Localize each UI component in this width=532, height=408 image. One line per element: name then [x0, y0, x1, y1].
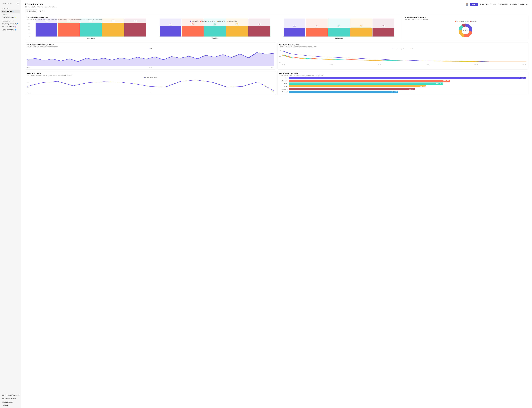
spend-row-value: 22.4M • 11.1%	[289, 83, 443, 85]
spend-row[interactable]: Advertising 18.2M • 9%	[279, 88, 526, 90]
spend-row-label: Social	[279, 86, 288, 87]
chevron-down-icon	[476, 4, 477, 5]
sidebar-item-emoji: 📊	[12, 11, 14, 12]
funnel-bar[interactable]: 76%1.38K	[182, 26, 204, 36]
spend-row[interactable]: Media 22.4M • 11.1%	[279, 83, 526, 85]
bar-label: 63%642	[360, 25, 363, 27]
funnel-bar[interactable]: 76%845	[249, 26, 270, 36]
funnel-bar[interactable]: 75%959	[204, 26, 226, 37]
sidebar-item-label: Onboarding Experiment	[2, 23, 16, 25]
add-dashboard-button[interactable]	[16, 2, 20, 5]
sidebar-item[interactable]: Onboarding Experiment 🖊️	[1, 22, 20, 25]
header-actions: Share Add Report Save Save as New	[466, 3, 528, 6]
card-subtitle: Retention, Last 30 Days · How does reten…	[279, 46, 526, 47]
card-retention[interactable]: New User Retention by Plan Retention, La…	[277, 42, 528, 69]
card-spend[interactable]: Annual Spend, by Industry Industry by Pe…	[277, 71, 528, 95]
page-header: Product Metrics Primary metrics for our …	[25, 3, 528, 8]
bar-label: 100%1.34K	[111, 19, 115, 22]
card-donut[interactable]: New Workspaces, by plan type Total, last…	[403, 15, 528, 40]
funnel-bar[interactable]: 100%1.11K	[124, 23, 146, 36]
spend-row-value: 34.3M • 17%	[289, 77, 526, 79]
spend-row-label: eCommerce	[279, 80, 288, 81]
folder-icon	[519, 4, 521, 5]
spend-row[interactable]: eCommerce 23.4M • 11.6%	[279, 80, 526, 82]
funnel-bar[interactable]: 63%607	[328, 28, 350, 36]
sidebar-item[interactable]: New User Dashboard 🔮	[1, 25, 20, 28]
retention-chart	[282, 50, 526, 63]
spend-row-label: Advertising	[279, 88, 288, 90]
funnel-step-name: Create Channel	[87, 38, 95, 39]
retention-xaxis: <1 day5th day10th day15th day20th day25t…	[279, 64, 526, 65]
sidebar-footer-item[interactable]: Recent Dashboards	[1, 397, 20, 400]
select-date-button[interactable]: Select Date	[25, 9, 37, 13]
spend-row[interactable]: Social 19.9M • 9.9%	[279, 85, 526, 87]
favorited-button[interactable]: Favorited	[509, 4, 517, 5]
svg-rect-3	[491, 4, 491, 4]
page-subtitle: Primary metrics for our Slack-like colla…	[25, 6, 464, 8]
spend-row-label: SaaS	[279, 77, 288, 79]
sidebar-item-emoji: 🖊️	[16, 23, 18, 25]
sidebar-footer-item[interactable]: Most Viewed Dashboards	[1, 394, 20, 397]
donut-center-value: 2.64K	[462, 26, 469, 34]
funnel-bar[interactable]: 100%5.55K	[35, 23, 57, 36]
card-funnel[interactable]: Successful Channels by Plan 3-step Funne…	[25, 15, 401, 40]
funnel-bar[interactable]: 62%2.58K	[284, 28, 306, 36]
plus-icon	[480, 4, 482, 5]
save-as-new-button[interactable]: Save as New	[498, 4, 507, 5]
bar-label: 76%1.38K	[191, 23, 194, 25]
bar-label: 63%607	[338, 25, 340, 27]
spend-row[interactable]: SaaS 34.3M • 17%	[279, 77, 526, 79]
funnel-bar[interactable]: 75%4.2K	[160, 26, 181, 37]
save-icon	[490, 4, 492, 5]
card-title: Successful Channels by Plan	[27, 17, 399, 18]
sidebar-section-label[interactable]: FAVORITES	[1, 8, 20, 10]
card-subtitle: Industry by People · How much $ are we c…	[279, 75, 526, 76]
sidebar-item-label: Plan upgrade metrics	[2, 29, 14, 31]
sidebar-item-label: Product Metrics	[2, 11, 12, 12]
spend-row-label: Media	[279, 83, 288, 84]
collapse-icon	[2, 405, 4, 406]
bar-label: 76%1.02K	[235, 23, 239, 25]
card-title: Annual Spend, by Industry	[279, 73, 526, 74]
card-title: New User Retention by Plan	[279, 44, 526, 46]
copy-icon	[498, 4, 499, 5]
open-button[interactable]: Open	[519, 4, 524, 5]
bar-label: 60%828	[315, 25, 318, 28]
funnel-bar[interactable]: 60%828	[306, 28, 328, 36]
sidebar-footer-item[interactable]: All Dashboards	[1, 400, 20, 404]
filter-button[interactable]: Filter	[38, 9, 46, 13]
sidebar-item[interactable]: KPIs 📈	[1, 13, 20, 16]
funnel-bar[interactable]: 100%1.28K	[80, 23, 102, 36]
sidebar-item-label: New Product Launch	[2, 17, 14, 18]
add-report-button[interactable]: Add Report	[480, 4, 489, 5]
sidebar-section-label[interactable]: CREATED BY YOU	[1, 20, 20, 22]
spend-row-value: 19.9M • 9.9%	[289, 85, 426, 87]
smile-icon	[2, 394, 4, 396]
sidebar-item[interactable]: New Product Launch 💥	[1, 16, 20, 19]
card-stickiness[interactable]: Create Channel Stickiness (DAU/MAU) Dau,…	[25, 42, 276, 69]
spend-row[interactable]: Healthcare 15.8M • 7.9%	[279, 91, 526, 93]
funnel-step-name: Send Message	[335, 38, 343, 39]
funnel-bar[interactable]: 61%512	[373, 28, 394, 36]
bar-label: 100%1.11K	[134, 19, 137, 22]
funnel-bar[interactable]: 100%1.82K	[58, 23, 80, 36]
funnel-bar[interactable]: 76%1.02K	[226, 26, 248, 36]
bar-label: 75%4.2K	[169, 23, 172, 26]
filter-icon	[40, 10, 41, 12]
sidebar-item[interactable]: Plan upgrade metrics 🔷	[1, 28, 20, 31]
user-avatar[interactable]	[466, 3, 468, 6]
bar-label: 76%845	[258, 23, 261, 25]
save-button[interactable]: Save	[490, 4, 496, 5]
toolbar: Select Date Filter	[25, 9, 528, 13]
card-title: New Workspaces, by plan type	[405, 17, 526, 18]
accounts-legend: Account Created - Unique	[27, 77, 274, 78]
share-button[interactable]: Share	[470, 3, 478, 6]
card-accounts[interactable]: New User Accounts Linear, unique, last 3…	[25, 71, 276, 95]
accounts-chart	[27, 79, 274, 92]
sidebar-item[interactable]: Product Metrics 📊	[1, 10, 20, 13]
svg-rect-1	[2, 398, 4, 399]
funnel-bar[interactable]: 100%1.34K	[102, 23, 124, 36]
funnel-bar[interactable]: 63%642	[350, 28, 372, 36]
sidebar-footer-item[interactable]: Collapse	[1, 404, 20, 407]
more-menu-button[interactable]: ···	[526, 4, 528, 5]
